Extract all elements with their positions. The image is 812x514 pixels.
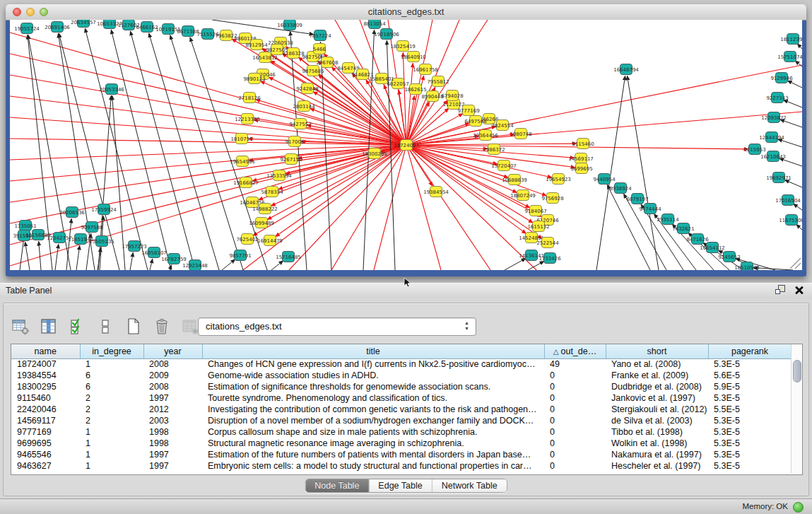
tab-network-table[interactable]: Network Table bbox=[433, 479, 507, 492]
column-header-year[interactable]: year bbox=[143, 344, 202, 358]
table-cell[interactable]: Estimation of the future numbers of pati… bbox=[202, 449, 544, 460]
table-cell[interactable]: 5.5E-5 bbox=[708, 404, 792, 415]
deselect-all-icon[interactable] bbox=[95, 317, 115, 336]
show-columns-icon[interactable] bbox=[39, 317, 59, 336]
table-cell[interactable]: 22420046 bbox=[11, 404, 80, 415]
table-cell[interactable]: Stergiakouli et al. (2012) bbox=[606, 404, 708, 415]
table-cell[interactable]: Genome-wide association studies in ADHD. bbox=[202, 370, 544, 381]
table-cell[interactable]: Disruption of a novel member of a sodium… bbox=[202, 415, 544, 426]
table-cell[interactable]: 5.3E-5 bbox=[708, 415, 792, 426]
network-node[interactable]: 2522544 bbox=[536, 238, 559, 248]
table-cell[interactable]: 2008 bbox=[143, 381, 202, 392]
table-row[interactable]: 977716911998Corpus callosum shape and si… bbox=[11, 426, 792, 438]
network-node[interactable]: 12444194 bbox=[759, 132, 784, 143]
network-node[interactable]: 20206536 bbox=[59, 207, 85, 218]
network-node[interactable]: 2935114 bbox=[657, 214, 679, 225]
table-cell[interactable]: 0 bbox=[544, 426, 606, 438]
table-cell[interactable]: de Silva et al. (2003) bbox=[606, 415, 708, 426]
network-node[interactable]: 16033809 bbox=[277, 20, 302, 30]
network-node[interactable]: 10653327 bbox=[97, 20, 122, 29]
table-cell[interactable]: Estimation of significance thresholds fo… bbox=[202, 381, 544, 392]
network-node[interactable]: 9474444 bbox=[639, 204, 661, 214]
network-node[interactable]: 6466162 bbox=[136, 22, 158, 33]
network-node[interactable]: 12342757 bbox=[47, 233, 72, 243]
table-cell[interactable]: 18724007 bbox=[11, 358, 80, 370]
table-row[interactable]: 1456911722003Disruption of a novel membe… bbox=[11, 415, 792, 426]
table-cell[interactable]: 6 bbox=[80, 370, 143, 381]
network-node[interactable]: 8454749 bbox=[337, 63, 359, 74]
table-cell[interactable]: 1 bbox=[80, 358, 143, 370]
network-node[interactable]: 9699695 bbox=[570, 163, 592, 174]
table-cell[interactable]: 1997 bbox=[143, 460, 202, 472]
table-cell[interactable]: 2 bbox=[80, 392, 143, 404]
network-node[interactable]: 10688639 bbox=[502, 175, 527, 185]
table-cell[interactable]: Tourette syndrome. Phenomenology and cla… bbox=[202, 392, 544, 404]
column-header-out-degree[interactable]: △out_de… bbox=[544, 344, 606, 358]
table-cell[interactable]: 2008 bbox=[143, 358, 202, 370]
column-header-pagerank[interactable]: pagerank bbox=[708, 344, 792, 358]
table-cell[interactable]: 9463627 bbox=[11, 460, 80, 472]
network-node[interactable]: 8186328 bbox=[282, 48, 304, 59]
network-node[interactable]: 10719155 bbox=[155, 24, 181, 35]
network-node[interactable]: 6671388 bbox=[177, 26, 199, 37]
table-settings-icon[interactable] bbox=[11, 317, 30, 336]
table-cell[interactable]: 1 bbox=[80, 460, 143, 472]
network-node[interactable]: 9440954 bbox=[593, 174, 616, 185]
table-cell[interactable]: 5.3E-5 bbox=[708, 460, 792, 472]
network-node[interactable]: 19384554 bbox=[423, 187, 449, 197]
table-scrollbar[interactable] bbox=[791, 344, 802, 473]
network-node[interactable]: 7515526 bbox=[196, 29, 219, 40]
select-all-icon[interactable] bbox=[67, 317, 87, 336]
table-cell[interactable]: Hescheler et al. (1997) bbox=[606, 460, 708, 472]
table-cell[interactable]: 9115460 bbox=[11, 392, 80, 404]
network-node[interactable]: 20691406 bbox=[45, 22, 70, 33]
table-cell[interactable]: 2009 bbox=[143, 370, 202, 381]
column-header-name[interactable]: name bbox=[11, 344, 80, 358]
table-cell[interactable]: 1998 bbox=[143, 426, 202, 438]
table-cell[interactable]: 0 bbox=[544, 404, 606, 415]
table-cell[interactable]: 2003 bbox=[143, 415, 202, 426]
network-node[interactable]: 16782759 bbox=[161, 254, 187, 264]
network-node[interactable]: 15720407 bbox=[491, 160, 517, 171]
delete-table-icon[interactable] bbox=[180, 317, 200, 336]
table-selector-dropdown[interactable]: citations_edges.txt ▲▼ bbox=[198, 317, 476, 336]
network-node[interactable]: 15716485 bbox=[276, 252, 301, 262]
table-cell[interactable]: 19384554 bbox=[11, 370, 80, 381]
network-node[interactable]: 7625402 bbox=[236, 234, 258, 245]
network-node[interactable]: 6822057 bbox=[387, 78, 408, 89]
network-node[interactable]: 17957223 bbox=[122, 241, 147, 252]
table-cell[interactable]: 9465546 bbox=[11, 449, 80, 460]
table-cell[interactable]: Structural magnetic resonance image aver… bbox=[202, 438, 544, 449]
table-cell[interactable]: Changes of HCN gene expression and I(f) … bbox=[202, 358, 544, 370]
network-node[interactable]: 13505135 bbox=[89, 236, 114, 247]
network-node[interactable]: 9146821 bbox=[351, 69, 373, 80]
network-node[interactable]: 16914479 bbox=[257, 235, 283, 246]
network-node[interactable]: 12923448 bbox=[182, 260, 208, 271]
network-node[interactable]: 1862615 bbox=[404, 84, 426, 95]
table-cell[interactable]: 5.3E-5 bbox=[708, 438, 792, 449]
network-node[interactable]: 7955812 bbox=[427, 76, 449, 87]
close-panel-icon[interactable] bbox=[795, 286, 804, 294]
network-node[interactable]: 15751074 bbox=[777, 52, 802, 62]
table-row[interactable]: 1938455462009Genome-wide association stu… bbox=[11, 370, 792, 381]
network-node[interactable]: 6794028 bbox=[441, 90, 463, 101]
network-node[interactable]: 9245652 bbox=[718, 252, 740, 262]
table-row[interactable]: 946362711997Embryonic stem cells: a mode… bbox=[11, 460, 792, 472]
network-node[interactable]: 17359924 bbox=[91, 204, 117, 215]
network-node[interactable]: 9097588 bbox=[81, 222, 102, 233]
network-node[interactable]: 16210643 bbox=[760, 151, 786, 162]
table-cell[interactable]: 5.3E-5 bbox=[708, 449, 792, 460]
new-document-icon[interactable] bbox=[124, 317, 143, 336]
network-node[interactable]: 9227343 bbox=[766, 93, 788, 103]
network-node[interactable]: 9756928 bbox=[541, 193, 563, 204]
table-cell[interactable]: 1997 bbox=[143, 392, 202, 404]
table-cell[interactable]: 6 bbox=[80, 381, 143, 392]
table-cell[interactable]: 1 bbox=[80, 449, 143, 460]
table-cell[interactable]: 5.9E-5 bbox=[708, 381, 792, 392]
table-row[interactable]: 946554611997Estimation of the future num… bbox=[11, 449, 792, 460]
table-row[interactable]: 1830029562008Estimation of significance … bbox=[11, 381, 792, 392]
network-node[interactable]: 19654985 bbox=[230, 156, 255, 167]
network-node[interactable]: 18325419 bbox=[390, 41, 416, 52]
table-cell[interactable]: Corpus callosum shape and size in male p… bbox=[202, 426, 544, 438]
table-row[interactable]: 1872400712008Changes of HCN gene express… bbox=[11, 358, 792, 370]
